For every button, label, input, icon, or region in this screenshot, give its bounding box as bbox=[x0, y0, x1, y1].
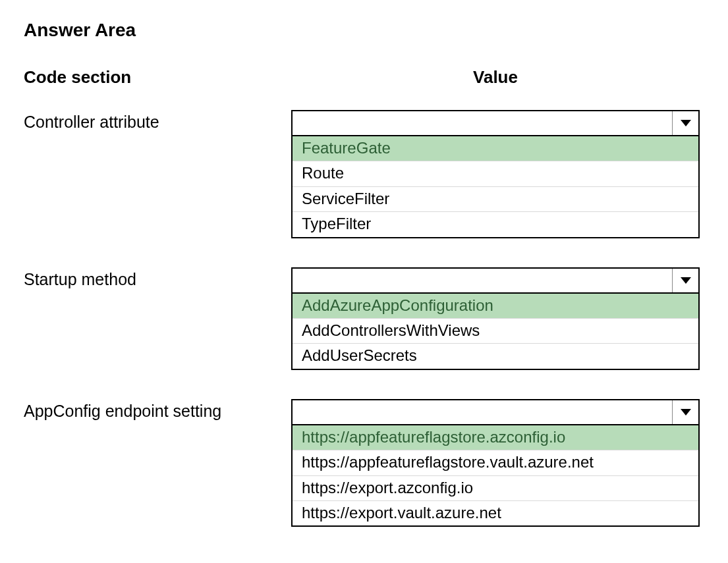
dropdown-value[interactable] bbox=[293, 111, 672, 135]
dropdown-option[interactable]: FeatureGate bbox=[293, 136, 698, 161]
dropdown-options: FeatureGateRouteServiceFilterTypeFilter bbox=[291, 136, 700, 238]
svg-marker-1 bbox=[681, 277, 691, 284]
answer-section: Startup methodAddAzureAppConfigurationAd… bbox=[24, 267, 708, 370]
dropdown-select[interactable] bbox=[291, 110, 700, 136]
dropdown-option[interactable]: ServiceFilter bbox=[293, 187, 698, 212]
dropdown-value[interactable] bbox=[293, 269, 672, 292]
value-header: Value bbox=[291, 67, 700, 88]
code-section-header: Code section bbox=[24, 67, 291, 88]
answer-section: Controller attributeFeatureGateRouteServ… bbox=[24, 110, 708, 238]
dropdown-option[interactable]: https://export.vault.azure.net bbox=[293, 501, 698, 525]
dropdown-option[interactable]: AddUserSecrets bbox=[293, 344, 698, 368]
dropdown-option[interactable]: AddControllersWithViews bbox=[293, 319, 698, 344]
dropdown-options: https://appfeatureflagstore.azconfig.ioh… bbox=[291, 425, 700, 527]
dropdown-option[interactable]: https://appfeatureflagstore.vault.azure.… bbox=[293, 450, 698, 475]
section-label: Controller attribute bbox=[24, 110, 291, 132]
chevron-down-icon[interactable] bbox=[672, 400, 698, 424]
dropdown-option[interactable]: Route bbox=[293, 161, 698, 186]
value-column: FeatureGateRouteServiceFilterTypeFilter bbox=[291, 110, 700, 238]
dropdown-options: AddAzureAppConfigurationAddControllersWi… bbox=[291, 294, 700, 370]
svg-marker-0 bbox=[681, 120, 691, 126]
answer-section: AppConfig endpoint settinghttps://appfea… bbox=[24, 399, 708, 527]
dropdown-value[interactable] bbox=[293, 400, 672, 424]
chevron-down-icon[interactable] bbox=[672, 269, 698, 292]
dropdown-option[interactable]: TypeFilter bbox=[293, 212, 698, 236]
chevron-down-icon[interactable] bbox=[672, 111, 698, 135]
page-title: Answer Area bbox=[24, 20, 708, 41]
section-label: Startup method bbox=[24, 267, 291, 289]
dropdown-select[interactable] bbox=[291, 267, 700, 294]
dropdown-option[interactable]: AddAzureAppConfiguration bbox=[293, 294, 698, 319]
dropdown-option[interactable]: https://appfeatureflagstore.azconfig.io bbox=[293, 425, 698, 450]
section-label: AppConfig endpoint setting bbox=[24, 399, 291, 421]
svg-marker-2 bbox=[681, 409, 691, 416]
value-column: https://appfeatureflagstore.azconfig.ioh… bbox=[291, 399, 700, 527]
dropdown-option[interactable]: https://export.azconfig.io bbox=[293, 476, 698, 501]
column-headers: Code section Value bbox=[24, 67, 708, 88]
dropdown-select[interactable] bbox=[291, 399, 700, 425]
value-column: AddAzureAppConfigurationAddControllersWi… bbox=[291, 267, 700, 370]
